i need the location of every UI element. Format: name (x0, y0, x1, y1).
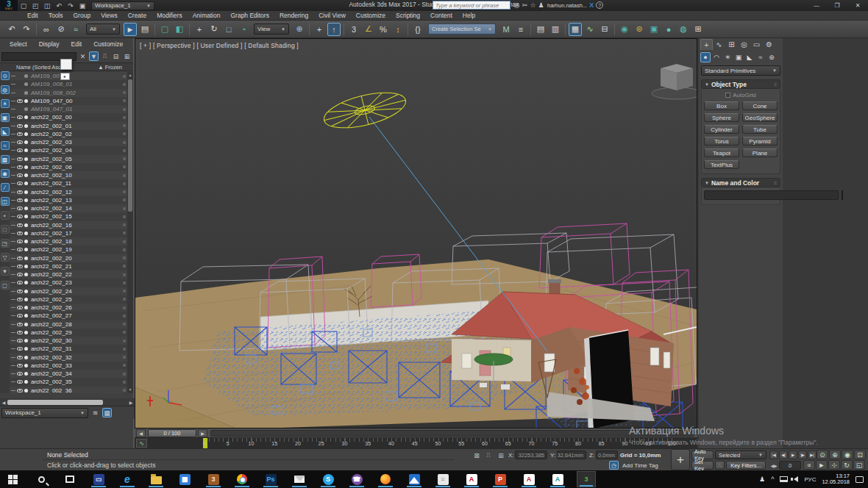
key-filters-button[interactable]: Key Filters... (726, 461, 766, 470)
track-bar[interactable]: ∿ 05101520253035404550556065707580859095… (135, 438, 697, 448)
app-viber-icon[interactable]: ☎ (347, 471, 366, 487)
user-avatar-icon[interactable]: ♟ (537, 1, 545, 9)
popup-box[interactable] (60, 59, 72, 70)
y-coordinate-field[interactable]: 32,641mm (557, 451, 586, 459)
menu-views[interactable]: Views (96, 12, 123, 19)
scene-object-row[interactable]: arch22_002_34 (10, 370, 127, 378)
add-time-tag[interactable]: Add Time Tag (622, 462, 658, 469)
name-color-rollout-header[interactable]: ▼ Name and Color ≡ (701, 178, 780, 187)
app-autodesk-icon[interactable]: A (548, 471, 567, 487)
keyboard-override-icon[interactable]: ↑ (327, 23, 341, 36)
select-rotate-icon[interactable]: ↻ (207, 23, 221, 36)
close-button[interactable]: ✕ (847, 0, 868, 11)
visibility-eye-icon[interactable] (17, 223, 23, 227)
scene-object-row[interactable]: arch22_002_17 (10, 229, 127, 237)
select-by-name-icon[interactable]: ▤ (138, 23, 152, 36)
visibility-eye-icon[interactable] (17, 298, 23, 301)
select-place-icon[interactable]: ◔ (237, 23, 250, 36)
absolute-mode-icon[interactable]: ⊞ (496, 451, 506, 460)
curve-editor-icon[interactable]: ∿ (583, 23, 597, 36)
menu-group[interactable]: Group (68, 12, 96, 19)
time-tag-icon[interactable]: ◷ (609, 461, 619, 470)
visibility-eye-icon[interactable] (17, 347, 23, 351)
menu-graph-editors[interactable]: Graph Editors (225, 12, 274, 19)
menu-create[interactable]: Create (123, 12, 152, 19)
select-object-icon[interactable]: ► (124, 23, 137, 36)
category-systems[interactable]: ⊛ (766, 52, 777, 62)
explorer-tool-icon-2[interactable]: ☀ (1, 99, 10, 108)
maximize-viewport-icon[interactable]: ◱ (853, 460, 865, 470)
communication-icon[interactable]: ✂ (521, 1, 529, 9)
redo-small-icon[interactable]: ↷ (65, 1, 76, 10)
menu-modifiers[interactable]: Modifiers (152, 12, 187, 19)
time-slider-track[interactable] (210, 430, 694, 437)
perspective-viewport[interactable]: [ + ] [ Perspective ] [ User Defined ] [… (135, 38, 697, 428)
visibility-eye-icon[interactable] (17, 132, 23, 136)
zoom-icon[interactable]: ⊙ (817, 450, 828, 459)
select-manipulate-icon[interactable]: + (313, 23, 326, 36)
visibility-eye-icon[interactable] (17, 182, 23, 185)
signed-in-user[interactable]: harhun.natash... (547, 2, 587, 9)
save-file-icon[interactable]: ◫ (42, 1, 52, 10)
category-shapes[interactable]: ◠ (711, 52, 722, 62)
scene-object-row[interactable]: arch22_002_29 (10, 329, 127, 337)
app-autocad-icon[interactable]: A (519, 471, 538, 487)
select-arrow-icon[interactable]: ► (816, 460, 828, 470)
time-slider-thumb[interactable]: 0 / 100 (148, 429, 196, 437)
language-indicator[interactable]: РУС (804, 476, 816, 483)
app-menu-button[interactable]: 3MAX (0, 0, 18, 11)
visibility-eye-icon[interactable] (17, 331, 23, 334)
explorer-vscrollbar[interactable]: ▲ ▼ (127, 72, 133, 393)
named-selection-set-dropdown[interactable]: Create Selection Se▼ (428, 24, 496, 35)
project-folder-icon[interactable]: ▣ (77, 1, 88, 10)
app-edge-icon[interactable]: e (118, 471, 137, 487)
scroll-thumb[interactable] (128, 79, 132, 212)
explorer-menu-customize[interactable]: Customize (88, 40, 128, 48)
menu-customize[interactable]: Customize (351, 12, 391, 19)
visibility-eye-icon[interactable] (17, 207, 23, 210)
restore-button[interactable]: ❐ (827, 0, 847, 11)
mini-curve-editor-icon[interactable]: ∿ (136, 439, 147, 448)
scene-object-row[interactable]: arch22_002_30 (10, 337, 127, 345)
task-view-icon[interactable] (60, 471, 79, 487)
search-icon[interactable]: ◎ (513, 1, 521, 9)
scene-object-row[interactable]: arch22_002_13 (10, 196, 127, 204)
app-chrome-icon[interactable] (232, 471, 252, 487)
a360-render-icon[interactable]: ⊞ (691, 23, 705, 36)
object-name-input[interactable] (704, 190, 839, 200)
menu-scripting[interactable]: Scripting (391, 12, 425, 19)
tab-create[interactable]: + (700, 39, 713, 50)
tab-utilities[interactable]: ⚙ (763, 39, 775, 50)
snap-3d-icon[interactable]: 3 (347, 23, 360, 36)
open-file-icon[interactable]: ◰ (30, 1, 40, 10)
visibility-eye-icon[interactable] (17, 215, 23, 218)
menu-animation[interactable]: Animation (188, 12, 226, 19)
scene-explorer-toggle-icon[interactable]: ▥ (549, 23, 562, 36)
explorer-menu-display[interactable]: Display (34, 40, 65, 48)
start-button[interactable] (3, 471, 22, 487)
scene-object-row[interactable]: arch22_002_01 (10, 122, 127, 130)
workspace-dropdown[interactable]: Workspace_1▼ (91, 1, 154, 10)
key-set-dropdown[interactable]: Selected▼ (715, 451, 766, 459)
scene-object-row[interactable]: arch22_002_31 (10, 345, 127, 353)
app-mail-icon[interactable] (290, 471, 309, 487)
visibility-eye-icon[interactable] (17, 356, 23, 359)
app-skype-icon[interactable]: S (319, 471, 338, 487)
app-photos-icon[interactable] (405, 471, 424, 487)
tab-hierarchy[interactable]: ⊞ (725, 39, 738, 50)
scene-object-row[interactable]: AM109_047_00 (10, 97, 127, 105)
select-scale-icon[interactable]: □ (222, 23, 235, 36)
people-icon[interactable]: ♟ (759, 476, 765, 483)
scene-object-row[interactable]: arch22_002_06 (10, 163, 127, 171)
window-crossing-icon[interactable]: ◧ (173, 23, 186, 36)
clear-search-icon[interactable]: ✕ (78, 51, 88, 61)
spinner-snap-icon[interactable]: ↕ (391, 23, 405, 36)
app-3ds-old-icon[interactable]: 3 (204, 471, 223, 487)
scroll-up-icon[interactable]: ▲ (127, 72, 133, 79)
object-color-swatch[interactable] (842, 190, 843, 200)
visibility-eye-icon[interactable] (17, 380, 23, 384)
category-helpers[interactable]: ◣ (744, 52, 755, 62)
set-key-button[interactable]: Set Key (691, 461, 714, 470)
app-photoshop-icon[interactable]: Ps (261, 471, 280, 487)
app-media-icon[interactable]: ▭ (89, 471, 108, 487)
